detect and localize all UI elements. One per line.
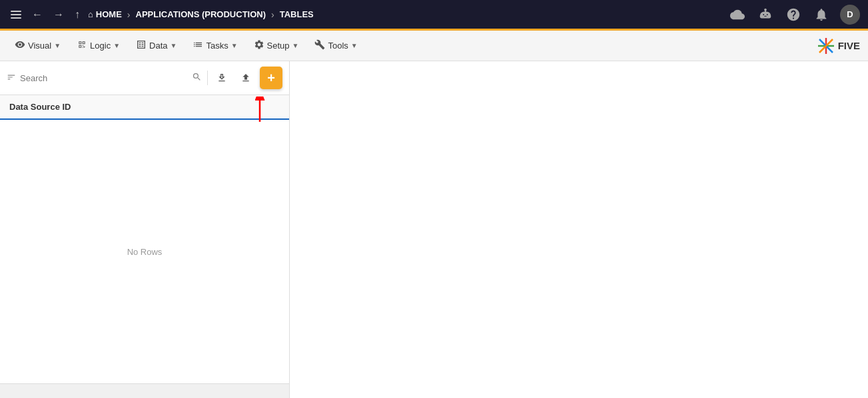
five-logo-icon: [817, 37, 835, 55]
data-caret: ▼: [171, 42, 177, 49]
user-avatar-button[interactable]: D: [840, 5, 860, 25]
table-header: Data Source ID: [0, 95, 289, 120]
logic-menu-item[interactable]: Logic ▼: [70, 35, 127, 56]
search-toolbar: +: [0, 61, 289, 95]
right-panel: [290, 61, 868, 398]
logic-icon: [77, 39, 87, 52]
tasks-menu-item[interactable]: Tasks ▼: [186, 35, 244, 56]
home-icon: ⌂: [88, 9, 93, 19]
home-label: HOME: [96, 9, 122, 19]
five-logo: FIVE: [817, 37, 860, 55]
visual-caret: ▼: [54, 42, 61, 49]
visual-label: Visual: [28, 41, 51, 51]
gear-icon: [254, 39, 264, 52]
filter-icon[interactable]: [7, 73, 16, 84]
visual-menu-item[interactable]: Visual ▼: [8, 35, 67, 56]
setup-label: Setup: [267, 41, 290, 51]
tasks-caret: ▼: [231, 42, 238, 49]
five-logo-text: FIVE: [838, 40, 860, 51]
eye-icon: [15, 39, 25, 52]
add-button[interactable]: +: [260, 67, 282, 89]
up-button[interactable]: ↑: [72, 6, 83, 23]
top-bar-right: D: [728, 5, 860, 25]
help-icon-button[interactable]: [784, 5, 803, 24]
tasks-label: Tasks: [206, 41, 228, 51]
forward-button[interactable]: →: [51, 6, 67, 23]
back-button[interactable]: ←: [29, 6, 45, 23]
tables-breadcrumb[interactable]: TABLES: [280, 9, 314, 19]
tools-icon: [314, 39, 325, 52]
table-icon: [136, 39, 147, 52]
left-panel-footer: [0, 383, 289, 398]
setup-caret: ▼: [292, 42, 299, 49]
add-icon: +: [267, 71, 275, 86]
content-area: + Data Source ID No Rows: [0, 61, 868, 398]
hamburger-menu[interactable]: [8, 8, 24, 21]
setup-menu-item[interactable]: Setup ▼: [247, 35, 306, 56]
top-bar-left: ← → ↑ ⌂ HOME › APPLICATIONS (PRODUCTION)…: [8, 6, 728, 23]
bot-icon-button[interactable]: [756, 5, 775, 24]
tasks-icon: [193, 39, 203, 52]
menu-items-group: Visual ▼ Logic ▼ Data ▼ Tasks ▼: [8, 35, 364, 56]
data-menu-item[interactable]: Data ▼: [129, 35, 183, 56]
home-nav[interactable]: ⌂ HOME: [88, 9, 122, 19]
breadcrumb-arrow-2: ›: [271, 9, 274, 20]
tools-caret: ▼: [351, 42, 358, 49]
logic-caret: ▼: [113, 42, 120, 49]
column-header-datasource-id: Data Source ID: [9, 102, 71, 112]
search-icon[interactable]: [191, 71, 203, 85]
left-panel: + Data Source ID No Rows: [0, 61, 290, 398]
cloud-icon-button[interactable]: [728, 5, 747, 24]
tools-menu-item[interactable]: Tools ▼: [308, 35, 364, 56]
breadcrumb-arrow-1: ›: [127, 9, 131, 20]
logic-label: Logic: [90, 41, 111, 51]
applications-breadcrumb[interactable]: APPLICATIONS (PRODUCTION): [136, 9, 266, 19]
data-label: Data: [149, 41, 167, 51]
download-button[interactable]: [212, 68, 232, 88]
table-empty-state: No Rows: [0, 120, 289, 383]
notifications-icon-button[interactable]: [812, 5, 831, 24]
toolbar-divider: [207, 71, 208, 85]
upload-button[interactable]: [236, 68, 256, 88]
secondary-navigation-bar: Visual ▼ Logic ▼ Data ▼ Tasks ▼: [0, 31, 868, 61]
empty-message: No Rows: [127, 247, 163, 257]
top-navigation-bar: ← → ↑ ⌂ HOME › APPLICATIONS (PRODUCTION)…: [0, 0, 868, 31]
tools-label: Tools: [328, 41, 348, 51]
search-input[interactable]: [20, 73, 187, 83]
